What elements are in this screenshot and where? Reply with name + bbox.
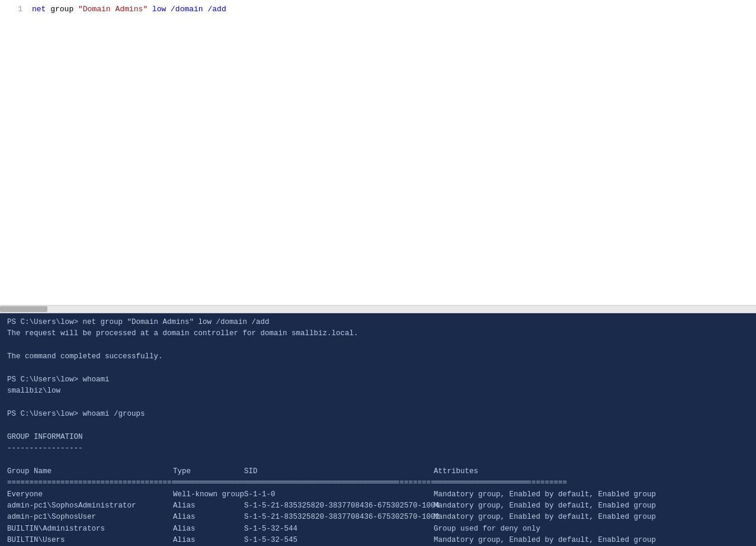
- terminal-empty-4: [7, 420, 749, 431]
- sid-sophosuser: S-1-5-21-835325820-3837708436-675302570-…: [244, 512, 434, 523]
- terminal-line-5: smallbiz\low: [7, 386, 749, 397]
- col-sep-attrs: ==============================: [434, 477, 567, 489]
- col-header-name: Group Name: [7, 466, 173, 477]
- col-sep-sid: ========================================…: [244, 477, 434, 489]
- terminal-empty-5: [7, 455, 749, 466]
- attrs-builtinUsers: Mandatory group, Enabled by default, Ena…: [434, 535, 656, 546]
- col-header-attrs: Attributes: [434, 466, 478, 477]
- token-string: "Domain Admins": [78, 5, 148, 14]
- table-row-everyone: Everyone Well-known group S-1-1-0 Mandat…: [7, 489, 749, 500]
- token-net: net: [32, 5, 46, 14]
- terminal-line-3: The command completed successfully.: [7, 351, 749, 362]
- terminal-line-1: PS C:\Users\low> net group "Domain Admin…: [7, 317, 749, 328]
- prompt-2: PS C:\Users\low>: [7, 375, 83, 384]
- sid-everyone: S-1-1-0: [244, 489, 434, 500]
- group-name-everyone: Everyone: [7, 489, 173, 500]
- type-sophosuser: Alias: [173, 512, 244, 523]
- group-name-sophosadmin: admin-pc1\SophosAdministrator: [7, 500, 173, 512]
- table-row-builtinUsers: BUILTIN\Users Alias S-1-5-32-545 Mandato…: [7, 535, 749, 546]
- group-name-builtinAdmins: BUILTIN\Administrators: [7, 523, 173, 535]
- attrs-everyone: Mandatory group, Enabled by default, Ena…: [434, 489, 656, 500]
- cmd-2: whoami: [83, 375, 110, 384]
- sid-sophosadmin: S-1-5-21-835325820-3837708436-675302570-…: [244, 500, 434, 512]
- terminal-line-4: PS C:\Users\low> whoami: [7, 374, 749, 386]
- attrs-sophosadmin: Mandatory group, Enabled by default, Ena…: [434, 500, 656, 512]
- sid-builtinAdmins: S-1-5-32-544: [244, 523, 434, 535]
- table-row-sophosadmin: admin-pc1\SophosAdministrator Alias S-1-…: [7, 500, 749, 512]
- col-header-sid: SID: [244, 466, 434, 477]
- terminal-line-2: The request will be processed at a domai…: [7, 328, 749, 339]
- token-user: low: [148, 5, 166, 14]
- terminal-empty-1: [7, 340, 749, 351]
- horizontal-scrollbar[interactable]: [0, 305, 756, 313]
- table-row-builtinAdmins: BUILTIN\Administrators Alias S-1-5-32-54…: [7, 523, 749, 535]
- token-add: /add: [203, 5, 226, 14]
- line-number-1: 1: [5, 5, 23, 14]
- cmd-3: whoami /groups: [83, 410, 145, 418]
- type-sophosadmin: Alias: [173, 500, 244, 512]
- terminal-line-7: GROUP INFORMATION: [7, 432, 749, 443]
- terminal-empty-2: [7, 363, 749, 374]
- token-domain: /domain: [166, 5, 203, 14]
- attrs-builtinAdmins: Group used for deny only: [434, 523, 540, 535]
- type-builtinAdmins: Alias: [173, 523, 244, 535]
- table-header-row: Group NameTypeSIDAttributes: [7, 466, 749, 477]
- terminal-empty-3: [7, 397, 749, 409]
- col-sep-type: ================================: [173, 477, 244, 489]
- type-builtinUsers: Alias: [173, 535, 244, 546]
- terminal-output: PS C:\Users\low> net group "Domain Admin…: [0, 313, 756, 546]
- prompt-3: PS C:\Users\low>: [7, 410, 83, 418]
- col-sep-name: ========================================…: [7, 477, 173, 489]
- terminal-line-6: PS C:\Users\low> whoami /groups: [7, 409, 749, 420]
- attrs-sophosuser: Mandatory group, Enabled by default, Ena…: [434, 512, 656, 523]
- cmd-1: net group "Domain Admins" low /domain /a…: [83, 318, 270, 326]
- col-header-type: Type: [173, 466, 244, 477]
- group-name-builtinUsers: BUILTIN\Users: [7, 535, 173, 546]
- scrollbar-thumb[interactable]: [0, 306, 47, 312]
- sid-builtinUsers: S-1-5-32-545: [244, 535, 434, 546]
- table-separator-row: ========================================…: [7, 477, 749, 489]
- token-space: group: [46, 5, 78, 14]
- group-name-sophosuser: admin-pc1\SophosUser: [7, 512, 173, 523]
- code-editor: 1 net group "Domain Admins" low /domain …: [0, 0, 756, 305]
- type-everyone: Well-known group: [173, 489, 244, 500]
- terminal-line-8: -----------------: [7, 443, 749, 454]
- prompt-1: PS C:\Users\low>: [7, 318, 83, 326]
- code-content-1: net group "Domain Admins" low /domain /a…: [32, 5, 226, 14]
- table-row-sophosuser: admin-pc1\SophosUser Alias S-1-5-21-8353…: [7, 512, 749, 523]
- code-line-1: 1 net group "Domain Admins" low /domain …: [0, 5, 756, 17]
